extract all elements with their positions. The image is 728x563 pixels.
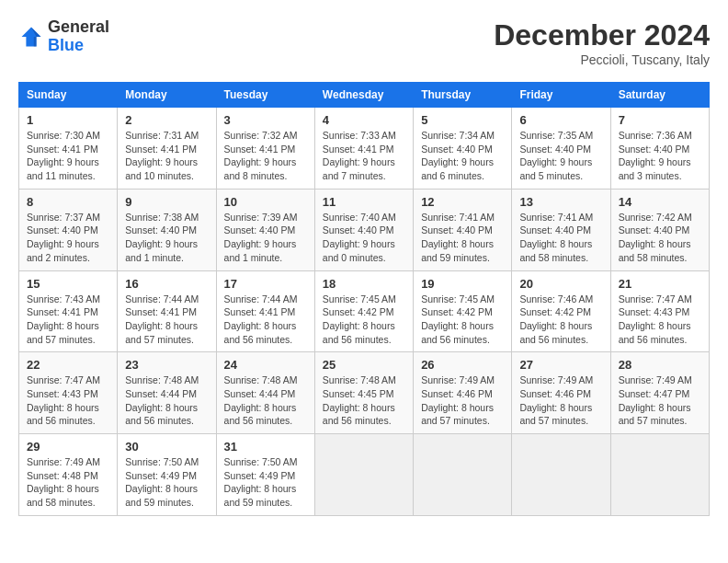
day-number: 6 xyxy=(519,113,602,127)
day-info: Sunrise: 7:48 AM Sunset: 4:44 PM Dayligh… xyxy=(125,373,208,428)
day-info: Sunrise: 7:47 AM Sunset: 4:43 PM Dayligh… xyxy=(27,373,109,428)
day-info: Sunrise: 7:48 AM Sunset: 4:45 PM Dayligh… xyxy=(323,373,405,428)
table-cell: 10 Sunrise: 7:39 AM Sunset: 4:40 PM Dayl… xyxy=(216,189,314,270)
day-number: 15 xyxy=(27,277,109,291)
table-cell: 25 Sunrise: 7:48 AM Sunset: 4:45 PM Dayl… xyxy=(314,352,413,434)
header-monday: Monday xyxy=(118,83,216,108)
header-thursday: Thursday xyxy=(414,83,512,108)
table-cell: 23 Sunrise: 7:48 AM Sunset: 4:44 PM Dayl… xyxy=(118,352,216,434)
table-cell: 9 Sunrise: 7:38 AM Sunset: 4:40 PM Dayli… xyxy=(118,189,216,270)
day-info: Sunrise: 7:50 AM Sunset: 4:49 PM Dayligh… xyxy=(224,455,307,510)
logo-blue: Blue xyxy=(48,36,84,54)
day-info: Sunrise: 7:35 AM Sunset: 4:40 PM Dayligh… xyxy=(519,129,602,183)
table-cell: 6 Sunrise: 7:35 AM Sunset: 4:40 PM Dayli… xyxy=(512,108,610,190)
day-info: Sunrise: 7:42 AM Sunset: 4:40 PM Dayligh… xyxy=(619,211,701,265)
day-info: Sunrise: 7:32 AM Sunset: 4:41 PM Dayligh… xyxy=(224,129,307,183)
table-cell: 17 Sunrise: 7:44 AM Sunset: 4:41 PM Dayl… xyxy=(216,270,314,352)
day-number: 19 xyxy=(421,277,504,291)
day-info: Sunrise: 7:34 AM Sunset: 4:40 PM Dayligh… xyxy=(421,129,504,183)
page-header: General Blue December 2024 Peccioli, Tus… xyxy=(18,18,710,67)
table-cell: 18 Sunrise: 7:45 AM Sunset: 4:42 PM Dayl… xyxy=(314,270,413,352)
table-cell: 11 Sunrise: 7:40 AM Sunset: 4:40 PM Dayl… xyxy=(314,189,413,270)
day-info: Sunrise: 7:50 AM Sunset: 4:49 PM Dayligh… xyxy=(125,455,208,510)
day-number: 4 xyxy=(323,113,405,127)
day-number: 10 xyxy=(224,195,307,209)
calendar-header-row: Sunday Monday Tuesday Wednesday Thursday… xyxy=(19,83,710,108)
header-sunday: Sunday xyxy=(19,83,118,108)
table-cell: 28 Sunrise: 7:49 AM Sunset: 4:47 PM Dayl… xyxy=(610,352,709,434)
day-info: Sunrise: 7:45 AM Sunset: 4:42 PM Dayligh… xyxy=(421,293,504,347)
day-info: Sunrise: 7:39 AM Sunset: 4:40 PM Dayligh… xyxy=(224,211,307,265)
day-number: 24 xyxy=(224,358,307,372)
day-number: 11 xyxy=(323,195,405,209)
calendar-table: Sunday Monday Tuesday Wednesday Thursday… xyxy=(18,82,710,516)
table-cell: 1 Sunrise: 7:30 AM Sunset: 4:41 PM Dayli… xyxy=(19,108,118,190)
table-cell: 8 Sunrise: 7:37 AM Sunset: 4:40 PM Dayli… xyxy=(19,189,118,270)
table-cell: 22 Sunrise: 7:47 AM Sunset: 4:43 PM Dayl… xyxy=(19,352,118,434)
table-cell xyxy=(314,434,413,516)
logo-text: General Blue xyxy=(48,18,109,55)
day-number: 28 xyxy=(619,358,701,372)
day-number: 2 xyxy=(125,113,208,127)
table-cell: 26 Sunrise: 7:49 AM Sunset: 4:46 PM Dayl… xyxy=(414,352,512,434)
day-number: 22 xyxy=(27,358,109,372)
day-info: Sunrise: 7:37 AM Sunset: 4:40 PM Dayligh… xyxy=(27,211,109,265)
table-cell: 21 Sunrise: 7:47 AM Sunset: 4:43 PM Dayl… xyxy=(610,270,709,352)
day-number: 5 xyxy=(421,113,504,127)
day-number: 3 xyxy=(224,113,307,127)
day-number: 21 xyxy=(619,277,701,291)
table-cell: 14 Sunrise: 7:42 AM Sunset: 4:40 PM Dayl… xyxy=(610,189,709,270)
table-cell: 4 Sunrise: 7:33 AM Sunset: 4:41 PM Dayli… xyxy=(314,108,413,190)
day-number: 30 xyxy=(125,440,208,454)
table-cell: 3 Sunrise: 7:32 AM Sunset: 4:41 PM Dayli… xyxy=(216,108,314,190)
day-number: 17 xyxy=(224,277,307,291)
table-cell: 29 Sunrise: 7:49 AM Sunset: 4:48 PM Dayl… xyxy=(19,434,118,516)
day-number: 8 xyxy=(27,195,109,209)
header-tuesday: Tuesday xyxy=(216,83,314,108)
day-number: 12 xyxy=(421,195,504,209)
day-number: 27 xyxy=(519,358,602,372)
day-info: Sunrise: 7:43 AM Sunset: 4:41 PM Dayligh… xyxy=(27,293,109,347)
title-block: December 2024 Peccioli, Tuscany, Italy xyxy=(494,18,710,67)
table-cell: 20 Sunrise: 7:46 AM Sunset: 4:42 PM Dayl… xyxy=(512,270,610,352)
logo: General Blue xyxy=(18,18,109,55)
table-cell: 24 Sunrise: 7:48 AM Sunset: 4:44 PM Dayl… xyxy=(216,352,314,434)
day-number: 26 xyxy=(421,358,504,372)
day-info: Sunrise: 7:49 AM Sunset: 4:46 PM Dayligh… xyxy=(421,373,504,428)
day-info: Sunrise: 7:36 AM Sunset: 4:40 PM Dayligh… xyxy=(619,129,701,183)
day-number: 31 xyxy=(224,440,307,454)
day-info: Sunrise: 7:33 AM Sunset: 4:41 PM Dayligh… xyxy=(323,129,405,183)
header-saturday: Saturday xyxy=(610,83,709,108)
table-cell: 30 Sunrise: 7:50 AM Sunset: 4:49 PM Dayl… xyxy=(118,434,216,516)
table-cell xyxy=(414,434,512,516)
day-info: Sunrise: 7:45 AM Sunset: 4:42 PM Dayligh… xyxy=(323,293,405,347)
table-cell: 19 Sunrise: 7:45 AM Sunset: 4:42 PM Dayl… xyxy=(414,270,512,352)
day-number: 25 xyxy=(323,358,405,372)
table-cell: 13 Sunrise: 7:41 AM Sunset: 4:40 PM Dayl… xyxy=(512,189,610,270)
day-info: Sunrise: 7:49 AM Sunset: 4:48 PM Dayligh… xyxy=(27,455,109,510)
day-number: 20 xyxy=(519,277,602,291)
header-wednesday: Wednesday xyxy=(314,83,413,108)
table-cell: 5 Sunrise: 7:34 AM Sunset: 4:40 PM Dayli… xyxy=(414,108,512,190)
day-number: 29 xyxy=(27,440,109,454)
logo-icon xyxy=(18,24,44,50)
table-cell: 7 Sunrise: 7:36 AM Sunset: 4:40 PM Dayli… xyxy=(610,108,709,190)
day-info: Sunrise: 7:31 AM Sunset: 4:41 PM Dayligh… xyxy=(125,129,208,183)
day-number: 18 xyxy=(323,277,405,291)
day-info: Sunrise: 7:48 AM Sunset: 4:44 PM Dayligh… xyxy=(224,373,307,428)
day-info: Sunrise: 7:44 AM Sunset: 4:41 PM Dayligh… xyxy=(125,293,208,347)
logo-general: General xyxy=(48,17,109,36)
day-number: 1 xyxy=(27,113,109,127)
table-cell xyxy=(610,434,709,516)
table-cell: 16 Sunrise: 7:44 AM Sunset: 4:41 PM Dayl… xyxy=(118,270,216,352)
day-info: Sunrise: 7:38 AM Sunset: 4:40 PM Dayligh… xyxy=(125,211,208,265)
day-info: Sunrise: 7:44 AM Sunset: 4:41 PM Dayligh… xyxy=(224,293,307,347)
day-info: Sunrise: 7:47 AM Sunset: 4:43 PM Dayligh… xyxy=(619,293,701,347)
table-cell: 2 Sunrise: 7:31 AM Sunset: 4:41 PM Dayli… xyxy=(118,108,216,190)
day-info: Sunrise: 7:40 AM Sunset: 4:40 PM Dayligh… xyxy=(323,211,405,265)
day-number: 14 xyxy=(619,195,701,209)
location-subtitle: Peccioli, Tuscany, Italy xyxy=(494,52,710,67)
day-number: 9 xyxy=(125,195,208,209)
table-cell: 12 Sunrise: 7:41 AM Sunset: 4:40 PM Dayl… xyxy=(414,189,512,270)
day-number: 23 xyxy=(125,358,208,372)
